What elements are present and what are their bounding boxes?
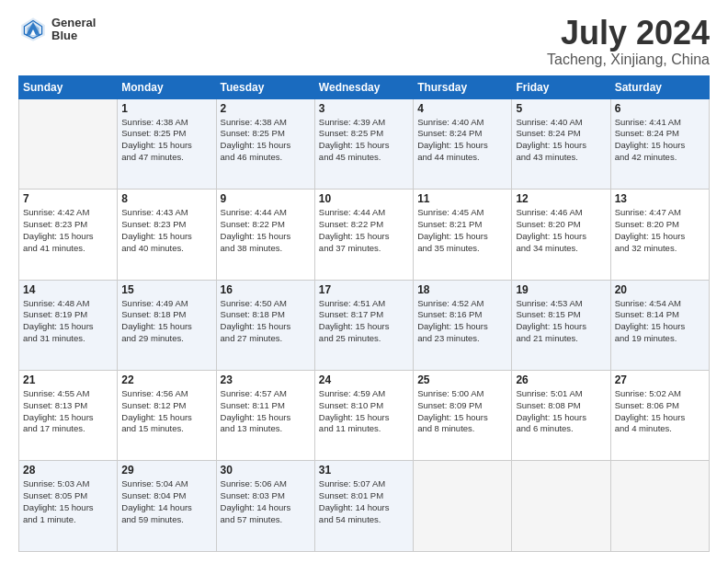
day-number: 19 — [516, 283, 606, 296]
calendar-week-row: 14Sunrise: 4:48 AM Sunset: 8:19 PM Dayli… — [19, 280, 710, 370]
day-info: Sunrise: 4:54 AM Sunset: 8:14 PM Dayligh… — [615, 298, 705, 345]
calendar-cell: 26Sunrise: 5:01 AM Sunset: 8:08 PM Dayli… — [512, 371, 610, 461]
day-of-week-header: Tuesday — [216, 75, 314, 98]
calendar-header-row: SundayMondayTuesdayWednesdayThursdayFrid… — [19, 75, 710, 98]
calendar-cell: 19Sunrise: 4:53 AM Sunset: 8:15 PM Dayli… — [512, 280, 610, 370]
calendar-cell: 21Sunrise: 4:55 AM Sunset: 8:13 PM Dayli… — [19, 371, 118, 461]
day-info: Sunrise: 4:52 AM Sunset: 8:16 PM Dayligh… — [417, 298, 507, 345]
day-number: 30 — [221, 464, 311, 477]
day-info: Sunrise: 4:51 AM Sunset: 8:17 PM Dayligh… — [319, 298, 409, 345]
day-of-week-header: Monday — [118, 75, 216, 98]
calendar-cell — [610, 461, 709, 552]
calendar-cell: 1Sunrise: 4:38 AM Sunset: 8:25 PM Daylig… — [118, 98, 216, 189]
header: General Blue July 2024 Tacheng, Xinjiang… — [18, 15, 710, 68]
day-info: Sunrise: 4:44 AM Sunset: 8:22 PM Dayligh… — [221, 207, 311, 254]
main-title: July 2024 — [547, 15, 710, 52]
calendar-cell: 25Sunrise: 5:00 AM Sunset: 8:09 PM Dayli… — [414, 371, 512, 461]
day-number: 17 — [319, 283, 409, 296]
logo-line1: General — [51, 17, 96, 29]
calendar-cell: 29Sunrise: 5:04 AM Sunset: 8:04 PM Dayli… — [118, 461, 216, 552]
day-info: Sunrise: 4:43 AM Sunset: 8:23 PM Dayligh… — [121, 207, 211, 254]
day-number: 21 — [23, 373, 113, 386]
calendar-cell: 14Sunrise: 4:48 AM Sunset: 8:19 PM Dayli… — [19, 280, 118, 370]
day-number: 18 — [417, 283, 507, 296]
calendar-cell: 23Sunrise: 4:57 AM Sunset: 8:11 PM Dayli… — [216, 371, 314, 461]
title-block: July 2024 Tacheng, Xinjiang, China — [547, 15, 710, 68]
logo-text: General Blue — [51, 17, 96, 43]
day-number: 3 — [319, 102, 409, 115]
calendar-cell: 20Sunrise: 4:54 AM Sunset: 8:14 PM Dayli… — [610, 280, 709, 370]
calendar-cell: 10Sunrise: 4:44 AM Sunset: 8:22 PM Dayli… — [314, 190, 413, 280]
day-info: Sunrise: 5:01 AM Sunset: 8:08 PM Dayligh… — [516, 388, 606, 435]
calendar-cell: 6Sunrise: 4:41 AM Sunset: 8:24 PM Daylig… — [610, 98, 709, 189]
day-info: Sunrise: 4:38 AM Sunset: 8:25 PM Dayligh… — [221, 117, 311, 164]
day-info: Sunrise: 4:53 AM Sunset: 8:15 PM Dayligh… — [516, 298, 606, 345]
logo: General Blue — [18, 15, 96, 44]
day-number: 10 — [319, 192, 409, 205]
day-info: Sunrise: 4:42 AM Sunset: 8:23 PM Dayligh… — [23, 207, 113, 254]
day-of-week-header: Saturday — [610, 75, 709, 98]
day-number: 5 — [516, 102, 606, 115]
calendar-cell: 5Sunrise: 4:40 AM Sunset: 8:24 PM Daylig… — [512, 98, 610, 189]
day-info: Sunrise: 4:50 AM Sunset: 8:18 PM Dayligh… — [221, 298, 311, 345]
day-number: 2 — [221, 102, 311, 115]
calendar-cell: 11Sunrise: 4:45 AM Sunset: 8:21 PM Dayli… — [414, 190, 512, 280]
day-info: Sunrise: 5:02 AM Sunset: 8:06 PM Dayligh… — [615, 388, 705, 435]
calendar-cell: 2Sunrise: 4:38 AM Sunset: 8:25 PM Daylig… — [216, 98, 314, 189]
calendar-week-row: 7Sunrise: 4:42 AM Sunset: 8:23 PM Daylig… — [19, 190, 710, 280]
day-number: 4 — [417, 102, 507, 115]
day-number: 23 — [221, 373, 311, 386]
day-info: Sunrise: 4:47 AM Sunset: 8:20 PM Dayligh… — [615, 207, 705, 254]
page: General Blue July 2024 Tacheng, Xinjiang… — [0, 0, 728, 563]
day-number: 8 — [121, 192, 211, 205]
calendar-cell: 3Sunrise: 4:39 AM Sunset: 8:25 PM Daylig… — [314, 98, 413, 189]
day-number: 11 — [417, 192, 507, 205]
day-info: Sunrise: 4:49 AM Sunset: 8:18 PM Dayligh… — [121, 298, 211, 345]
calendar-cell: 9Sunrise: 4:44 AM Sunset: 8:22 PM Daylig… — [216, 190, 314, 280]
calendar-cell: 27Sunrise: 5:02 AM Sunset: 8:06 PM Dayli… — [610, 371, 709, 461]
day-number: 15 — [121, 283, 211, 296]
day-info: Sunrise: 4:59 AM Sunset: 8:10 PM Dayligh… — [319, 388, 409, 435]
day-info: Sunrise: 4:40 AM Sunset: 8:24 PM Dayligh… — [417, 117, 507, 164]
day-number: 28 — [23, 464, 113, 477]
calendar-cell: 30Sunrise: 5:06 AM Sunset: 8:03 PM Dayli… — [216, 461, 314, 552]
calendar-cell: 7Sunrise: 4:42 AM Sunset: 8:23 PM Daylig… — [19, 190, 118, 280]
calendar-cell: 8Sunrise: 4:43 AM Sunset: 8:23 PM Daylig… — [118, 190, 216, 280]
day-number: 20 — [615, 283, 705, 296]
day-of-week-header: Friday — [512, 75, 610, 98]
calendar: SundayMondayTuesdayWednesdayThursdayFrid… — [18, 75, 710, 552]
calendar-cell: 17Sunrise: 4:51 AM Sunset: 8:17 PM Dayli… — [314, 280, 413, 370]
day-number: 16 — [221, 283, 311, 296]
day-number: 26 — [516, 373, 606, 386]
day-info: Sunrise: 4:55 AM Sunset: 8:13 PM Dayligh… — [23, 388, 113, 435]
day-info: Sunrise: 4:46 AM Sunset: 8:20 PM Dayligh… — [516, 207, 606, 254]
day-number: 1 — [121, 102, 211, 115]
calendar-cell — [512, 461, 610, 552]
day-of-week-header: Sunday — [19, 75, 118, 98]
calendar-cell: 31Sunrise: 5:07 AM Sunset: 8:01 PM Dayli… — [314, 461, 413, 552]
day-info: Sunrise: 4:39 AM Sunset: 8:25 PM Dayligh… — [319, 117, 409, 164]
calendar-cell: 12Sunrise: 4:46 AM Sunset: 8:20 PM Dayli… — [512, 190, 610, 280]
day-number: 12 — [516, 192, 606, 205]
day-number: 14 — [23, 283, 113, 296]
subtitle: Tacheng, Xinjiang, China — [547, 52, 710, 68]
calendar-cell: 15Sunrise: 4:49 AM Sunset: 8:18 PM Dayli… — [118, 280, 216, 370]
day-info: Sunrise: 4:48 AM Sunset: 8:19 PM Dayligh… — [23, 298, 113, 345]
day-info: Sunrise: 4:40 AM Sunset: 8:24 PM Dayligh… — [516, 117, 606, 164]
day-info: Sunrise: 5:00 AM Sunset: 8:09 PM Dayligh… — [417, 388, 507, 435]
day-info: Sunrise: 4:57 AM Sunset: 8:11 PM Dayligh… — [221, 388, 311, 435]
day-info: Sunrise: 4:45 AM Sunset: 8:21 PM Dayligh… — [417, 207, 507, 254]
day-info: Sunrise: 4:44 AM Sunset: 8:22 PM Dayligh… — [319, 207, 409, 254]
day-number: 25 — [417, 373, 507, 386]
day-number: 22 — [121, 373, 211, 386]
day-number: 9 — [221, 192, 311, 205]
calendar-week-row: 1Sunrise: 4:38 AM Sunset: 8:25 PM Daylig… — [19, 98, 710, 189]
day-of-week-header: Wednesday — [314, 75, 413, 98]
day-of-week-header: Thursday — [414, 75, 512, 98]
day-info: Sunrise: 5:03 AM Sunset: 8:05 PM Dayligh… — [23, 478, 113, 525]
day-info: Sunrise: 5:06 AM Sunset: 8:03 PM Dayligh… — [221, 478, 311, 525]
calendar-week-row: 21Sunrise: 4:55 AM Sunset: 8:13 PM Dayli… — [19, 371, 710, 461]
day-info: Sunrise: 5:04 AM Sunset: 8:04 PM Dayligh… — [121, 478, 211, 525]
day-number: 6 — [615, 102, 705, 115]
day-info: Sunrise: 5:07 AM Sunset: 8:01 PM Dayligh… — [319, 478, 409, 525]
